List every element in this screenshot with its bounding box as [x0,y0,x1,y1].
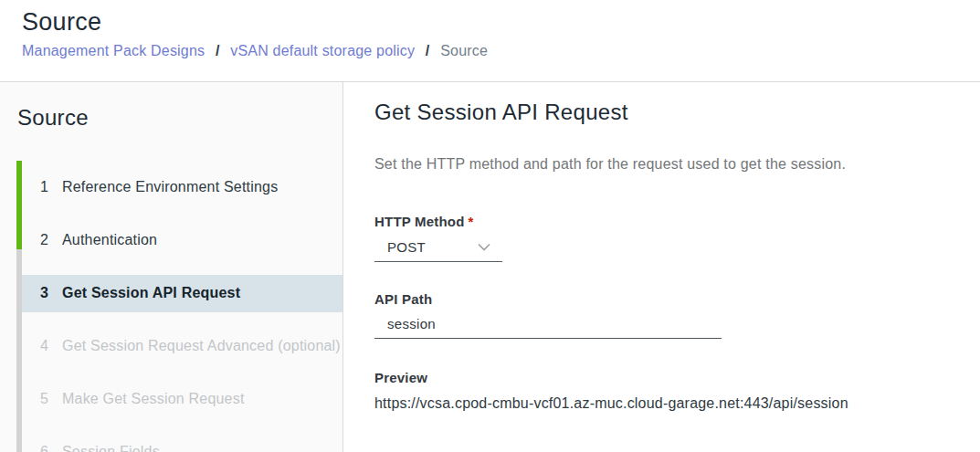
http-method-select[interactable]: POST [374,237,502,262]
page: Source Management Pack Designs / vSAN de… [0,0,980,452]
sidebar-title: Source [17,105,342,131]
step-number: 1 [36,179,48,195]
wizard-step-authentication[interactable]: 2 Authentication [16,214,342,267]
wizard-sidebar: Source 1 Reference Environment Settings … [0,82,343,452]
step-number: 2 [36,232,48,248]
step-number: 4 [36,338,48,354]
breadcrumb-separator: / [216,43,220,58]
progress-bar-remaining [16,249,22,452]
step-label: Get Session Request Advanced (optional) [62,338,342,354]
breadcrumb-separator: / [426,43,430,58]
http-method-label: HTTP Method* [374,214,958,230]
chevron-down-icon [478,243,490,251]
api-path-input[interactable] [374,313,722,339]
wizard-step-get-session-api-request[interactable]: 3 Get Session API Request [16,267,342,320]
breadcrumb: Management Pack Designs / vSAN default s… [22,43,980,59]
step-label: Make Get Session Request [62,391,342,407]
http-method-value: POST [387,239,426,255]
step-content: Get Session API Request Set the HTTP met… [343,82,980,452]
wizard-step-reference-environment-settings[interactable]: 1 Reference Environment Settings [16,161,342,214]
step-label: Session Fields [62,444,342,452]
breadcrumb-link-management-pack-designs[interactable]: Management Pack Designs [22,43,205,58]
step-number: 6 [36,444,48,452]
api-path-label: API Path [374,291,958,308]
preview-url: https://vcsa.cpod-cmbu-vcf01.az-muc.clou… [374,394,958,412]
wizard-step-make-get-session-request[interactable]: 5 Make Get Session Request [16,373,342,426]
body: Source 1 Reference Environment Settings … [0,82,980,452]
breadcrumb-current: Source [440,43,488,58]
step-label: Reference Environment Settings [62,179,342,195]
step-number: 5 [36,391,48,407]
required-marker: * [469,214,474,229]
breadcrumb-link-vsan-default-storage-policy[interactable]: vSAN default storage policy [230,43,415,58]
page-title: Source [22,8,980,37]
progress-bar-completed [16,161,22,249]
step-number: 3 [36,285,48,301]
wizard-step-session-fields[interactable]: 6 Session Fields [16,426,342,452]
page-header: Source Management Pack Designs / vSAN de… [0,0,980,82]
wizard-steps: 1 Reference Environment Settings 2 Authe… [16,161,342,452]
wizard-step-get-session-request-advanced[interactable]: 4 Get Session Request Advanced (optional… [16,320,342,373]
step-description: Set the HTTP method and path for the req… [374,155,958,173]
step-label: Get Session API Request [62,285,342,301]
step-title: Get Session API Request [374,99,958,126]
step-label: Authentication [62,232,342,248]
preview-label: Preview [374,370,958,386]
